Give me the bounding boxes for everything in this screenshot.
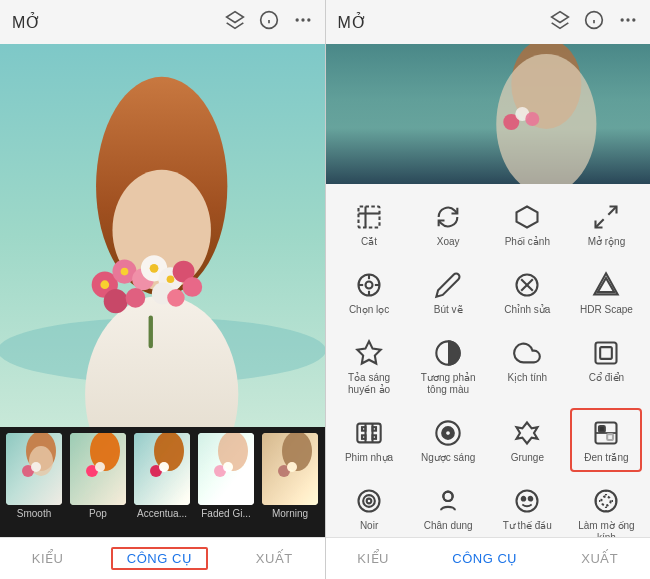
tools-row-3: Tỏa sáng huyền ảo Tương phản tông màu bbox=[330, 328, 647, 404]
main-image bbox=[0, 44, 325, 427]
tool-but-ve[interactable]: Bút vẽ bbox=[412, 260, 484, 324]
tool-den-trang[interactable]: Đen trắng bbox=[570, 408, 642, 472]
svg-point-54 bbox=[626, 18, 629, 21]
svg-point-22 bbox=[167, 289, 185, 307]
nguoc-sang-icon bbox=[431, 416, 465, 450]
tool-nguoc-sang[interactable]: Ngược sáng bbox=[412, 408, 484, 472]
svg-point-104 bbox=[596, 491, 617, 512]
tool-grunge[interactable]: Grunge bbox=[491, 408, 563, 472]
filter-item-accentua[interactable]: Accentua... bbox=[132, 433, 192, 519]
tool-hdr-scape[interactable]: HDR Scape bbox=[570, 260, 642, 324]
svg-point-97 bbox=[363, 495, 375, 507]
but-ve-icon bbox=[431, 268, 465, 302]
phoi-canh-label: Phối cảnh bbox=[505, 236, 550, 248]
info-icon[interactable] bbox=[259, 10, 279, 35]
right-tab-cong-cu[interactable]: CÔNG CỤ bbox=[436, 547, 534, 570]
filter-item-smooth[interactable]: Smooth bbox=[4, 433, 64, 519]
tool-phoi-canh[interactable]: Phối cảnh bbox=[491, 192, 563, 256]
svg-point-36 bbox=[95, 462, 105, 472]
svg-point-48 bbox=[287, 462, 297, 472]
svg-marker-79 bbox=[357, 341, 380, 363]
svg-point-101 bbox=[517, 491, 538, 512]
tool-xoay[interactable]: Xoay bbox=[412, 192, 484, 256]
cat-label: Cắt bbox=[361, 236, 377, 248]
svg-point-21 bbox=[182, 277, 202, 297]
svg-marker-49 bbox=[552, 11, 569, 22]
right-tab-kieu[interactable]: KIỂU bbox=[341, 547, 405, 570]
right-more-icon[interactable] bbox=[618, 10, 638, 35]
tool-noir[interactable]: Noir bbox=[333, 476, 405, 537]
filter-thumb-accentua bbox=[134, 433, 190, 505]
right-image-dark bbox=[326, 44, 651, 184]
filter-thumb-smooth bbox=[6, 433, 62, 505]
noir-icon bbox=[352, 484, 386, 518]
svg-point-55 bbox=[632, 18, 635, 21]
filter-item-pop[interactable]: Pop bbox=[68, 433, 128, 519]
svg-point-6 bbox=[307, 18, 310, 21]
tool-co-dien[interactable]: Cổ điển bbox=[570, 328, 642, 404]
filter-item-morning[interactable]: Morning bbox=[260, 433, 320, 519]
kich-tinh-label: Kịch tính bbox=[507, 372, 547, 384]
den-trang-label: Đen trắng bbox=[584, 452, 628, 464]
grunge-label: Grunge bbox=[511, 452, 544, 464]
svg-point-69 bbox=[366, 282, 373, 289]
tool-tuong-phan[interactable]: Tương phản tông màu bbox=[412, 328, 484, 404]
tu-the-dau-icon bbox=[510, 484, 544, 518]
but-ve-label: Bút vẽ bbox=[434, 304, 463, 316]
xoay-label: Xoay bbox=[437, 236, 460, 248]
tool-chan-dung[interactable]: Chân dung bbox=[412, 476, 484, 537]
tool-kich-tinh[interactable]: Kịch tính bbox=[491, 328, 563, 404]
svg-point-53 bbox=[621, 18, 624, 21]
left-tab-kieu[interactable]: KIỂU bbox=[16, 547, 80, 570]
svg-point-102 bbox=[522, 497, 526, 501]
svg-rect-82 bbox=[601, 347, 613, 359]
tools-row-5: Noir Chân dung bbox=[330, 476, 647, 537]
tuong-phan-icon bbox=[431, 336, 465, 370]
left-tab-xuat[interactable]: XUẤT bbox=[240, 547, 309, 570]
tu-the-dau-label: Tư thế đầu bbox=[503, 520, 552, 532]
tool-chon-loc[interactable]: Chọn lọc bbox=[333, 260, 405, 324]
svg-point-100 bbox=[444, 492, 453, 501]
filter-item-faded[interactable]: Faded Gi... bbox=[196, 433, 256, 519]
svg-line-66 bbox=[609, 207, 617, 215]
svg-point-16 bbox=[126, 288, 146, 308]
right-layers-icon[interactable] bbox=[550, 10, 570, 35]
right-bottom-tabs: KIỂU CÔNG CỤ XUẤT bbox=[326, 537, 651, 579]
lam-mo-ong-kinh-label: Làm mờ ống kính bbox=[574, 520, 638, 537]
tool-mo-rong[interactable]: Mở rộng bbox=[570, 192, 642, 256]
filter-thumb-faded bbox=[198, 433, 254, 505]
phim-nhua-icon bbox=[352, 416, 386, 450]
chan-dung-icon bbox=[431, 484, 465, 518]
cat-icon bbox=[352, 200, 386, 234]
tools-row-4: Phim nhựa Ngược sáng Gru bbox=[330, 408, 647, 472]
svg-point-25 bbox=[150, 264, 159, 273]
svg-point-5 bbox=[301, 18, 304, 21]
tool-tu-the-dau[interactable]: Tư thế đầu bbox=[491, 476, 563, 537]
more-icon[interactable] bbox=[293, 10, 313, 35]
layers-icon[interactable] bbox=[225, 10, 245, 35]
mo-rong-label: Mở rộng bbox=[588, 236, 626, 248]
svg-point-26 bbox=[167, 275, 175, 283]
svg-point-4 bbox=[295, 18, 298, 21]
left-title: MỞ bbox=[12, 13, 225, 32]
right-tab-xuat[interactable]: XUẤT bbox=[565, 547, 634, 570]
left-top-bar: MỞ bbox=[0, 0, 325, 44]
right-info-icon[interactable] bbox=[584, 10, 604, 35]
hdr-scape-icon bbox=[589, 268, 623, 302]
svg-point-23 bbox=[100, 280, 109, 289]
tool-toa-sang[interactable]: Tỏa sáng huyền ảo bbox=[333, 328, 405, 404]
filter-label-accentua: Accentua... bbox=[137, 508, 187, 519]
left-header-icons bbox=[225, 10, 313, 35]
tool-phim-nhua[interactable]: Phim nhựa bbox=[333, 408, 405, 472]
svg-point-105 bbox=[602, 496, 611, 505]
filter-label-morning: Morning bbox=[272, 508, 308, 519]
svg-rect-27 bbox=[149, 315, 153, 348]
tool-chinh-sua[interactable]: Chỉnh sửa bbox=[491, 260, 563, 324]
right-top-bar: MỞ bbox=[326, 0, 651, 44]
left-tab-cong-cu[interactable]: CÔNG CỤ bbox=[111, 547, 209, 570]
tool-lam-mo-ong-kinh[interactable]: Làm mờ ống kính bbox=[570, 476, 642, 537]
lam-mo-ong-kinh-icon bbox=[589, 484, 623, 518]
tool-cat[interactable]: Cắt bbox=[333, 192, 405, 256]
chinh-sua-label: Chỉnh sửa bbox=[504, 304, 550, 316]
chinh-sua-icon bbox=[510, 268, 544, 302]
